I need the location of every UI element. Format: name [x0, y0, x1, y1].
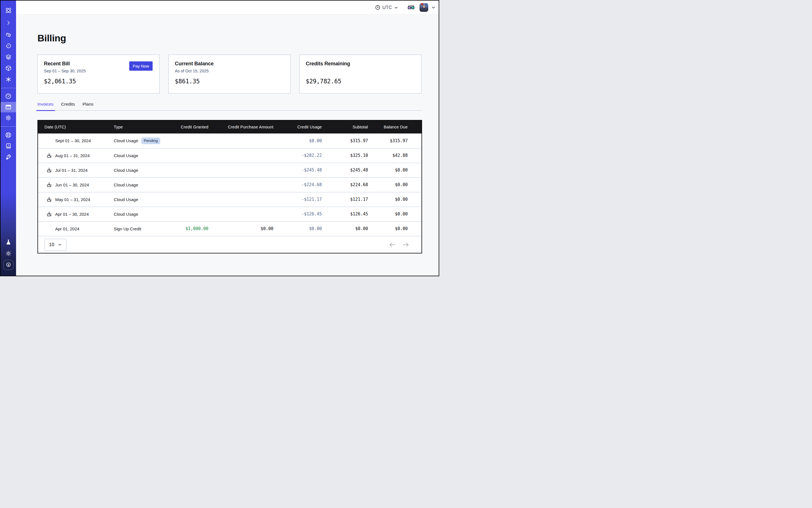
billing-tabs: Invoices Credits Plans	[37, 102, 422, 111]
column-header-date: Date (UTC)	[38, 121, 114, 133]
table-row[interactable]: Apr 01 – 30, 2024 Cloud Usage -$126.45 $…	[38, 207, 422, 221]
cube-icon[interactable]	[1, 63, 16, 74]
balance-due-value: $0.00	[368, 177, 422, 192]
invoice-date: Apr 01, 2024	[55, 226, 79, 231]
asterisk-icon[interactable]	[1, 74, 16, 85]
chevron-down-icon	[431, 5, 436, 10]
sidebar-divider	[1, 126, 16, 127]
invoice-type: Cloud Usage	[114, 153, 138, 158]
user-menu-button[interactable]	[431, 5, 436, 10]
invoice-date: Aug 01 – 31, 2024	[55, 153, 90, 158]
gear-icon[interactable]	[1, 112, 16, 123]
invoice-type: Sign Up Credit	[114, 226, 141, 231]
page-title: Billing	[37, 33, 439, 44]
card-subtitle: As of Oct 15, 2025	[175, 69, 284, 74]
layers-icon[interactable]	[1, 51, 16, 62]
column-header-credit-granted: Credit Granted	[164, 121, 208, 133]
credit-purchase-value	[208, 177, 273, 192]
invoice-date: Jul 01 – 31, 2024	[55, 168, 88, 173]
subtotal-value: $224.68	[322, 177, 368, 192]
subtotal-value: $325.10	[322, 148, 368, 163]
download-invoice-icon[interactable]	[46, 211, 55, 217]
table-row[interactable]: Sept 01 – 30, 2024 Cloud Usage Pending $…	[38, 133, 422, 148]
balance-due-value: $0.00	[368, 163, 422, 177]
storm-icon[interactable]	[1, 30, 16, 40]
invoice-type: Cloud Usage	[114, 138, 138, 143]
balance-due-value: $0.00	[368, 192, 422, 207]
tab-plans[interactable]: Plans	[81, 102, 95, 111]
credit-granted-value	[164, 207, 208, 221]
dollar-badge-button[interactable]: $	[3, 260, 13, 270]
dollar-badge-icon: $	[5, 262, 11, 268]
timezone-selector[interactable]: UTC	[375, 5, 398, 10]
download-invoice-icon[interactable]	[46, 182, 55, 187]
3d-glasses-icon	[408, 5, 415, 10]
invoice-table-body: Sept 01 – 30, 2024 Cloud Usage Pending $…	[38, 133, 422, 236]
invoice-date: May 01 – 31, 2024	[55, 197, 90, 202]
current-balance-card: Current Balance As of Oct 15, 2025 $861.…	[168, 55, 291, 93]
invoice-date: Sept 01 – 30, 2024	[55, 138, 91, 143]
credit-usage-value: -$121.17	[273, 192, 322, 207]
page-size-value: 10	[49, 242, 54, 247]
invoice-date: Jun 01 – 30, 2024	[55, 182, 89, 187]
credit-usage-value: -$126.45	[273, 207, 322, 221]
sidebar-divider	[1, 88, 16, 88]
rocket-icon[interactable]	[1, 152, 16, 162]
arrow-right-icon	[402, 243, 409, 247]
recent-bill-card: Recent Bill Sep 01 – Sep 30, 2025 $2,061…	[37, 55, 160, 93]
invoice-type: Cloud Usage	[114, 197, 138, 202]
page-size-select[interactable]: 10	[44, 239, 67, 251]
timer-icon[interactable]	[1, 41, 16, 51]
column-header-credit-purchase: Credit Purchase Amount	[208, 121, 273, 133]
pay-now-button[interactable]: Pay Now	[129, 61, 153, 71]
credit-purchase-value	[208, 148, 273, 163]
invoices-table: Date (UTC) Type Credit Granted Credit Pu…	[37, 120, 422, 253]
column-header-subtotal: Subtotal	[322, 121, 368, 133]
table-row[interactable]: May 01 – 31, 2024 Cloud Usage -$121.17 $…	[38, 192, 422, 207]
subtotal-value: $245.48	[322, 163, 368, 177]
svg-text:$: $	[8, 263, 9, 266]
chevron-right-collapse-icon[interactable]	[1, 17, 16, 28]
credit-granted-value: $1,000.00	[164, 221, 208, 236]
credit-purchase-value: $0.00	[208, 221, 273, 236]
card-title: Credits Remaining	[306, 61, 415, 67]
credits-remaining-amount: $29,782.65	[306, 78, 415, 85]
sun-icon[interactable]	[1, 248, 16, 259]
download-invoice-icon[interactable]	[46, 197, 55, 202]
next-page-button[interactable]	[402, 241, 410, 249]
previous-page-button[interactable]	[389, 241, 396, 249]
table-row[interactable]: Aug 01 – 31, 2024 Cloud Usage -$282.22 $…	[38, 148, 422, 163]
subtotal-value: $126.45	[322, 207, 368, 221]
download-invoice-icon[interactable]	[46, 168, 55, 173]
sidebar: $	[1, 1, 16, 276]
invoice-date: Apr 01 – 30, 2024	[55, 212, 89, 217]
table-row[interactable]: Apr 01, 2024 Sign Up Credit $1,000.00 $0…	[38, 221, 422, 236]
credit-granted-value	[164, 148, 208, 163]
avatar[interactable]	[420, 3, 428, 12]
chevron-down-icon	[394, 5, 398, 10]
credit-purchase-value	[208, 207, 273, 221]
billing-card-icon[interactable]	[1, 102, 16, 112]
credit-usage-value: -$224.68	[273, 177, 322, 192]
table-row[interactable]: Jul 01 – 31, 2024 Cloud Usage -$245.48 $…	[38, 163, 422, 177]
flask-icon[interactable]	[1, 237, 16, 248]
subtotal-value: $121.17	[322, 192, 368, 207]
tab-invoices[interactable]: Invoices	[36, 102, 55, 111]
download-invoice-icon[interactable]	[46, 153, 55, 158]
credit-granted-value	[164, 192, 208, 207]
lifebuoy-icon[interactable]	[1, 130, 16, 140]
logo-orbit-icon[interactable]	[1, 5, 16, 16]
table-row[interactable]: Jun 01 – 30, 2024 Cloud Usage -$224.68 $…	[38, 177, 422, 192]
credit-usage-value: -$245.48	[273, 163, 322, 177]
credits-remaining-card: Credits Remaining $29,782.65	[299, 55, 422, 93]
balance-due-value: $315.97	[368, 133, 422, 148]
gauge-icon[interactable]	[1, 91, 16, 101]
tab-credits[interactable]: Credits	[60, 102, 76, 111]
book-icon[interactable]	[1, 140, 16, 151]
current-balance-amount: $861.35	[175, 78, 284, 85]
3d-glasses-toggle[interactable]	[408, 5, 415, 10]
balance-due-value: $0.00	[368, 221, 422, 236]
credit-usage-value: $0.00	[273, 221, 322, 236]
credit-purchase-value	[208, 192, 273, 207]
arrow-left-icon	[389, 243, 395, 247]
